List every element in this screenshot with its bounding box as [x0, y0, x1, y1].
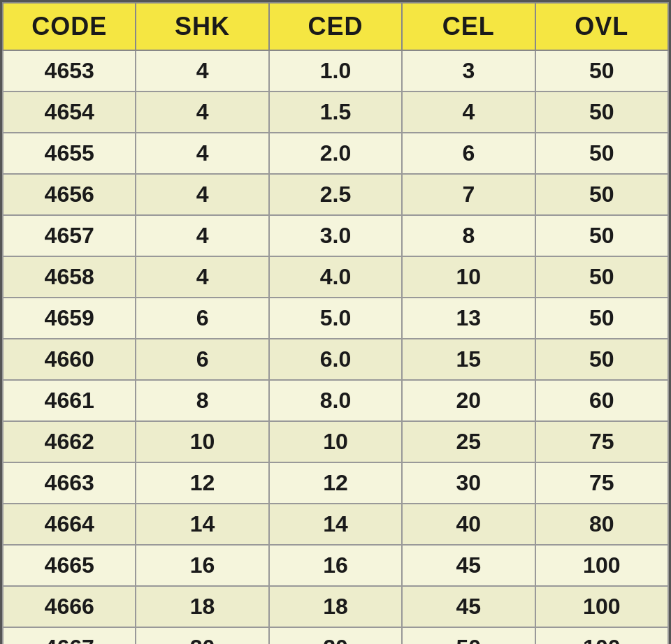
cell-r1-c0: 4654 [3, 92, 136, 133]
table-body: 465341.0350465441.5450465542.0650465642.… [3, 50, 668, 644]
cell-r12-c2: 16 [269, 545, 402, 586]
table-row: 465441.5450 [3, 92, 668, 133]
cell-r0-c1: 4 [136, 50, 268, 92]
cell-r14-c0: 4667 [3, 627, 136, 644]
cell-r10-c2: 12 [269, 462, 402, 504]
header-cel: CEL [402, 3, 535, 50]
cell-r9-c3: 25 [402, 421, 535, 462]
table-header: CODESHKCEDCELOVL [3, 3, 668, 50]
cell-r14-c2: 20 [269, 627, 402, 644]
cell-r1-c3: 4 [402, 92, 535, 133]
cell-r11-c2: 14 [269, 504, 402, 545]
cell-r11-c1: 14 [136, 504, 268, 545]
cell-r7-c4: 50 [535, 339, 668, 380]
header-row: CODESHKCEDCELOVL [3, 3, 668, 50]
cell-r10-c0: 4663 [3, 462, 136, 504]
cell-r4-c3: 8 [402, 215, 535, 256]
cell-r5-c0: 4658 [3, 256, 136, 298]
header-shk: SHK [136, 3, 268, 50]
cell-r13-c4: 100 [535, 586, 668, 627]
cell-r13-c2: 18 [269, 586, 402, 627]
cell-r14-c1: 20 [136, 627, 268, 644]
cell-r3-c3: 7 [402, 174, 535, 215]
cell-r14-c3: 50 [402, 627, 535, 644]
cell-r2-c0: 4655 [3, 133, 136, 174]
cell-r7-c2: 6.0 [269, 339, 402, 380]
cell-r13-c3: 45 [402, 586, 535, 627]
cell-r4-c1: 4 [136, 215, 268, 256]
table-row: 466312123075 [3, 462, 668, 504]
cell-r3-c4: 50 [535, 174, 668, 215]
table-row: 4667202050100 [3, 627, 668, 644]
table-row: 465743.0850 [3, 215, 668, 256]
cell-r12-c3: 45 [402, 545, 535, 586]
cell-r4-c0: 4657 [3, 215, 136, 256]
cell-r1-c2: 1.5 [269, 92, 402, 133]
cell-r8-c2: 8.0 [269, 380, 402, 421]
cell-r5-c1: 4 [136, 256, 268, 298]
cell-r4-c4: 50 [535, 215, 668, 256]
cell-r8-c0: 4661 [3, 380, 136, 421]
cell-r4-c2: 3.0 [269, 215, 402, 256]
cell-r0-c0: 4653 [3, 50, 136, 92]
cell-r12-c0: 4665 [3, 545, 136, 586]
cell-r3-c2: 2.5 [269, 174, 402, 215]
table-row: 4666181845100 [3, 586, 668, 627]
table-row: 465844.01050 [3, 256, 668, 298]
cell-r2-c1: 4 [136, 133, 268, 174]
cell-r12-c1: 16 [136, 545, 268, 586]
data-table: CODESHKCEDCELOVL 465341.0350465441.54504… [2, 2, 669, 644]
table-row: 465542.0650 [3, 133, 668, 174]
header-ced: CED [269, 3, 402, 50]
cell-r8-c3: 20 [402, 380, 535, 421]
cell-r13-c1: 18 [136, 586, 268, 627]
cell-r2-c4: 50 [535, 133, 668, 174]
cell-r7-c1: 6 [136, 339, 268, 380]
cell-r9-c0: 4662 [3, 421, 136, 462]
cell-r8-c1: 8 [136, 380, 268, 421]
table-row: 466188.02060 [3, 380, 668, 421]
cell-r7-c0: 4660 [3, 339, 136, 380]
cell-r2-c3: 6 [402, 133, 535, 174]
cell-r11-c3: 40 [402, 504, 535, 545]
cell-r10-c4: 75 [535, 462, 668, 504]
table-row: 465341.0350 [3, 50, 668, 92]
table-row: 466414144080 [3, 504, 668, 545]
cell-r8-c4: 60 [535, 380, 668, 421]
cell-r6-c3: 13 [402, 298, 535, 339]
cell-r3-c1: 4 [136, 174, 268, 215]
cell-r12-c4: 100 [535, 545, 668, 586]
table-row: 465642.5750 [3, 174, 668, 215]
cell-r9-c2: 10 [269, 421, 402, 462]
table-row: 466210102575 [3, 421, 668, 462]
main-table-container: CODESHKCEDCELOVL 465341.0350465441.54504… [0, 0, 671, 644]
cell-r10-c3: 30 [402, 462, 535, 504]
table-row: 4665161645100 [3, 545, 668, 586]
cell-r6-c2: 5.0 [269, 298, 402, 339]
header-code: CODE [3, 3, 136, 50]
cell-r5-c3: 10 [402, 256, 535, 298]
cell-r0-c4: 50 [535, 50, 668, 92]
cell-r1-c1: 4 [136, 92, 268, 133]
cell-r2-c2: 2.0 [269, 133, 402, 174]
cell-r6-c4: 50 [535, 298, 668, 339]
header-ovl: OVL [535, 3, 668, 50]
cell-r9-c1: 10 [136, 421, 268, 462]
cell-r1-c4: 50 [535, 92, 668, 133]
cell-r6-c1: 6 [136, 298, 268, 339]
cell-r11-c4: 80 [535, 504, 668, 545]
cell-r14-c4: 100 [535, 627, 668, 644]
cell-r11-c0: 4664 [3, 504, 136, 545]
table-row: 465965.01350 [3, 298, 668, 339]
table-row: 466066.01550 [3, 339, 668, 380]
cell-r13-c0: 4666 [3, 586, 136, 627]
cell-r0-c2: 1.0 [269, 50, 402, 92]
cell-r6-c0: 4659 [3, 298, 136, 339]
cell-r5-c2: 4.0 [269, 256, 402, 298]
cell-r0-c3: 3 [402, 50, 535, 92]
cell-r5-c4: 50 [535, 256, 668, 298]
cell-r10-c1: 12 [136, 462, 268, 504]
cell-r7-c3: 15 [402, 339, 535, 380]
cell-r9-c4: 75 [535, 421, 668, 462]
cell-r3-c0: 4656 [3, 174, 136, 215]
